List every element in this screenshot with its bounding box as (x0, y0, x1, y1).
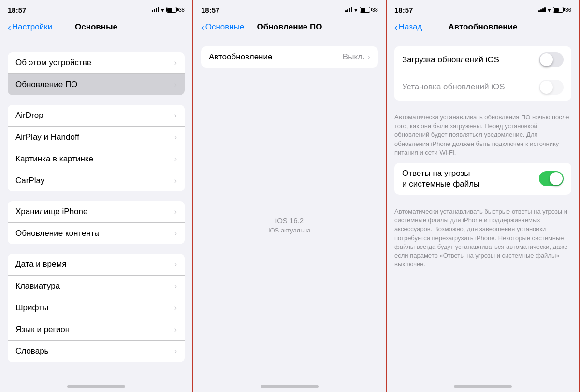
install-info-text: Автоматически устанавливать обновления П… (387, 110, 579, 163)
row-keyboard[interactable]: Клавиатура › (8, 276, 185, 297)
row-software-update[interactable]: Обновление ПО › (8, 74, 185, 95)
row-label-airplay: AirPlay и Handoff (15, 132, 79, 142)
status-bar-3: 18:57 ▾ 36 (387, 0, 579, 17)
nav-back-2[interactable]: ‹ Основные (201, 22, 244, 32)
row-label-content: Обновление контента (15, 229, 99, 238)
row-datetime[interactable]: Дата и время › (8, 254, 185, 276)
nav-back-1[interactable]: ‹ Настройки (8, 22, 52, 32)
row-label-fonts: Шрифты (15, 303, 48, 313)
time-2: 18:57 (201, 6, 219, 14)
chevron-auto-update: › (368, 53, 370, 61)
row-airdrop[interactable]: AirDrop › (8, 105, 185, 127)
signal-icon-3 (538, 7, 546, 12)
panel-auto-update: 18:57 ▾ 36 ‹ Назад Автообновление (387, 0, 580, 392)
chevron-keyboard: › (174, 282, 177, 290)
status-icons-2: ▾ 38 (345, 6, 378, 14)
battery-num-1: 38 (179, 7, 185, 13)
nav-title-3: Автообновление (449, 22, 518, 32)
row-auto-update[interactable]: Автообновление Выкл. › (201, 46, 378, 68)
battery-icon-2 (360, 7, 370, 13)
chevron-carplay: › (174, 176, 177, 185)
row-pip[interactable]: Картинка в картинке › (8, 148, 185, 170)
row-about-device[interactable]: Об этом устройстве › (8, 52, 185, 74)
nav-back-3[interactable]: ‹ Назад (394, 22, 422, 32)
toggle-knob-security (550, 172, 563, 185)
row-content-update[interactable]: Обновление контента › (8, 223, 185, 244)
toggle-knob-download (540, 53, 553, 66)
chevron-update: › (174, 80, 177, 89)
home-indicator-1 (0, 382, 192, 392)
chevron-storage: › (174, 207, 177, 216)
chevron-pip: › (174, 155, 177, 163)
security-label-line1: Ответы на угрозы (402, 169, 533, 178)
ios-updates-group: Загрузка обновлений iOS Установка обновл… (394, 46, 571, 101)
chevron-dictionary: › (174, 347, 177, 356)
settings-content-1: Об этом устройстве › Обновление ПО › Air… (0, 39, 192, 382)
battery-num-3: 36 (566, 7, 571, 13)
back-label-2: Основные (205, 22, 245, 32)
status-icons-3: ▾ 36 (538, 6, 571, 14)
toggle-knob-install (540, 81, 553, 94)
signal-icon-1 (152, 7, 159, 12)
battery-icon-1 (166, 7, 177, 13)
chevron-airplay: › (174, 133, 177, 142)
row-security: Ответы на угрозы и системные файлы (394, 163, 571, 195)
row-dictionary[interactable]: Словарь › (8, 341, 185, 362)
chevron-datetime: › (174, 260, 177, 269)
chevron-about: › (174, 58, 177, 67)
back-chevron-1: ‹ (8, 22, 11, 32)
chevron-airdrop: › (174, 111, 177, 120)
settings-group-3: Хранилище iPhone › Обновление контента › (8, 201, 185, 244)
battery-num-2: 38 (372, 7, 378, 13)
security-label-line2: и системные файлы (402, 179, 533, 189)
settings-group-2: AirDrop › AirPlay и Handoff › Картинка в… (8, 105, 185, 191)
home-indicator-2 (193, 382, 386, 392)
back-chevron-3: ‹ (394, 22, 398, 32)
row-ios-download: Загрузка обновлений iOS (394, 46, 571, 73)
back-label-1: Настройки (12, 22, 52, 32)
row-label-storage: Хранилище iPhone (15, 207, 87, 217)
row-right-update: › (174, 80, 177, 89)
nav-title-2: Обновление ПО (257, 22, 322, 32)
row-label-pip: Картинка в картинке (15, 154, 93, 164)
ios-download-toggle[interactable] (539, 52, 564, 67)
signal-icon-2 (345, 7, 352, 12)
home-indicator-3 (387, 382, 579, 392)
ios-download-label: Загрузка обновлений iOS (402, 55, 539, 65)
ios-version-container: iOS 16.2 iOS актуальна (193, 77, 386, 373)
row-label-about: Об этом устройстве (15, 58, 91, 68)
auto-update-group: Автообновление Выкл. › (201, 46, 378, 68)
row-airplay[interactable]: AirPlay и Handoff › (8, 127, 185, 148)
row-label-update: Обновление ПО (15, 80, 77, 89)
row-right-about: › (174, 58, 177, 67)
auto-update-right: Выкл. › (343, 52, 370, 62)
row-language[interactable]: Язык и регион › (8, 319, 185, 341)
row-label-language: Язык и регион (15, 325, 70, 334)
auto-update-label: Автообновление (209, 52, 272, 62)
row-fonts[interactable]: Шрифты › (8, 297, 185, 319)
security-info-text: Автоматически устанавливать быстрые отве… (387, 204, 579, 275)
row-carplay[interactable]: CarPlay › (8, 170, 185, 191)
chevron-fonts: › (174, 304, 177, 312)
wifi-icon-2: ▾ (354, 6, 358, 14)
security-group: Ответы на угрозы и системные файлы (394, 163, 571, 195)
panel-software-update: 18:57 ▾ 38 ‹ Основные Обновление ПО Авто (193, 0, 387, 392)
nav-header-1: ‹ Настройки Основные (0, 17, 192, 39)
row-ios-install: Установка обновлений iOS (394, 73, 571, 101)
settings-group-4: Дата и время › Клавиатура › Шрифты › Язы… (8, 254, 185, 362)
back-label-3: Назад (399, 22, 422, 32)
row-storage[interactable]: Хранилище iPhone › (8, 201, 185, 223)
security-toggle[interactable] (539, 171, 564, 186)
nav-header-3: ‹ Назад Автообновление (387, 17, 579, 39)
security-label: Ответы на угрозы и системные файлы (402, 169, 539, 189)
ios-version-text: iOS 16.2 (276, 217, 304, 225)
software-update-content: Автообновление Выкл. › iOS 16.2 iOS акту… (193, 39, 386, 382)
row-label-airdrop: AirDrop (15, 111, 44, 120)
status-icons-1: ▾ 38 (152, 6, 185, 14)
panel-general: 18:57 ▾ 38 ‹ Настройки Основные Об (0, 0, 193, 392)
wifi-icon-3: ▾ (548, 6, 551, 14)
time-3: 18:57 (394, 6, 413, 14)
ios-status-text: iOS актуальна (269, 227, 311, 234)
settings-group-1: Об этом устройстве › Обновление ПО › (8, 52, 185, 95)
ios-install-toggle[interactable] (539, 80, 564, 95)
